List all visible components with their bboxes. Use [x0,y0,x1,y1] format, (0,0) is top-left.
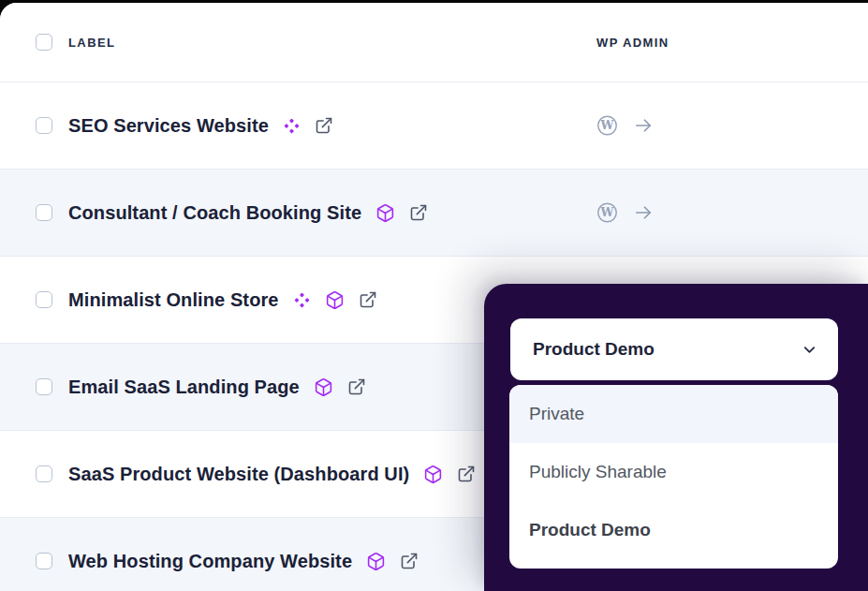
site-badges [375,203,428,223]
menu-option-publicly-sharable[interactable]: Publicly Sharable [509,443,838,501]
external-link-icon[interactable] [315,116,333,135]
site-badges [314,377,366,397]
column-header-wp-admin: WP ADMIN [596,36,669,50]
row-checkbox[interactable] [36,204,52,221]
svg-text:W: W [600,118,615,132]
external-link-icon[interactable] [409,203,428,222]
table-row: Consultant / Coach Booking Site W [0,170,868,257]
site-label: SaaS Product Website (Dashboard UI) [68,464,409,485]
site-badges [366,552,419,571]
external-link-icon[interactable] [347,377,366,396]
visibility-dropdown-panel: Product Demo Private Publicly Sharable P… [484,284,868,591]
row-checkbox[interactable] [36,117,52,134]
wordpress-icon[interactable]: W [596,115,618,137]
arrow-right-icon[interactable] [633,115,655,137]
row-checkbox[interactable] [36,378,52,395]
cube-icon [423,465,443,484]
arrow-right-icon[interactable] [633,202,655,224]
cube-icon [314,377,333,397]
row-checkbox[interactable] [36,553,52,569]
external-link-icon[interactable] [457,465,476,483]
site-label: Email SaaS Landing Page [68,377,300,398]
chevron-down-icon [802,342,817,358]
site-label: Minimalist Online Store [68,289,279,311]
svg-text:W: W [600,205,615,219]
site-label: SEO Services Website [68,115,269,137]
table-row: SEO Services Website W [0,82,868,170]
cube-icon [375,203,395,223]
site-badges [283,116,333,135]
visibility-select-value: Product Demo [533,339,655,360]
external-link-icon[interactable] [359,290,377,309]
column-header-label: LABEL [68,36,115,50]
diamonds-icon [293,291,311,309]
row-checkbox[interactable] [36,291,52,308]
cube-icon [325,290,345,310]
visibility-options-menu: Private Publicly Sharable Product Demo [509,385,838,569]
wp-admin-cell: W [596,202,655,224]
visibility-select[interactable]: Product Demo [510,318,838,380]
cube-icon [366,552,386,571]
site-label: Consultant / Coach Booking Site [68,202,361,224]
row-checkbox[interactable] [36,465,52,482]
wordpress-icon[interactable]: W [596,202,618,224]
select-all-checkbox[interactable] [36,34,52,51]
site-label: Web Hosting Company Website [68,551,352,572]
diamonds-icon [283,117,301,135]
menu-option-product-demo[interactable]: Product Demo [509,501,838,559]
site-badges [293,290,377,310]
table-header: LABEL WP ADMIN [0,3,868,82]
menu-option-private[interactable]: Private [509,385,838,443]
wp-admin-cell: W [596,115,655,137]
site-badges [423,465,476,484]
external-link-icon[interactable] [400,552,419,570]
